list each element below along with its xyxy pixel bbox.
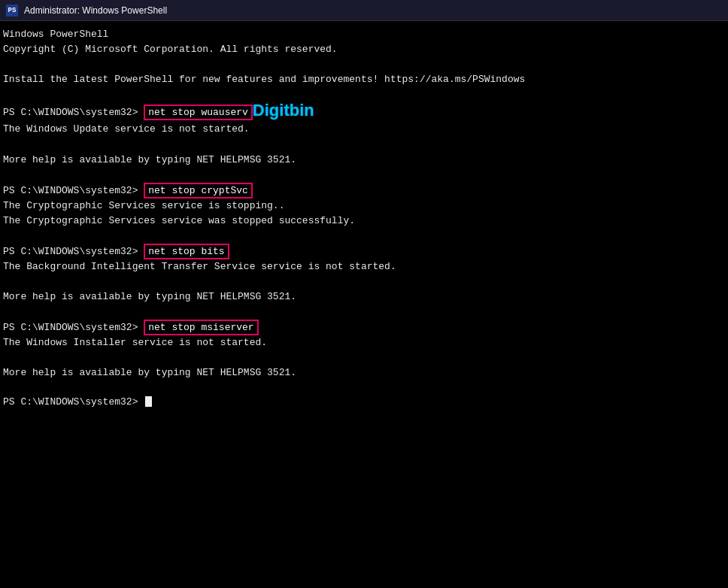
- blank-line-3: [3, 138, 725, 153]
- title-label: Administrator: Windows PowerShell: [24, 5, 167, 16]
- prompt-1: PS C:\WINDOWS\system32>: [3, 107, 144, 118]
- prompt-3: PS C:\WINDOWS\system32>: [3, 246, 144, 257]
- cmd2-response-1: The Cryptographic Services service is st…: [3, 199, 725, 214]
- command-msiserver: net stop msiserver: [144, 320, 258, 335]
- cmd2-response-2: The Cryptographic Services service was s…: [3, 214, 725, 229]
- terminal-window: Windows PowerShell Copyright (C) Microso…: [0, 21, 728, 588]
- prompt-space: [138, 396, 144, 408]
- digitbin-watermark: Digitbin: [253, 101, 314, 120]
- help-msg-2: More help is available by typing NET HEL…: [3, 289, 725, 305]
- help-msg-1: More help is available by typing NET HEL…: [3, 153, 725, 168]
- prompt-line-3: PS C:\WINDOWS\system32> net stop bits: [3, 244, 725, 259]
- help-msg-3: More help is available by typing NET HEL…: [3, 365, 725, 380]
- header-line-2: Copyright (C) Microsoft Corporation. All…: [3, 42, 725, 57]
- cmd4-response: The Windows Installer service is not sta…: [3, 335, 725, 350]
- cmd3-response: The Background Intelligent Transfer Serv…: [3, 259, 725, 274]
- title-bar: PS Administrator: Windows PowerShell: [0, 0, 728, 21]
- prompt-line-final: PS C:\WINDOWS\system32>: [3, 396, 725, 408]
- install-msg: Install the latest PowerShell for new fe…: [3, 72, 725, 87]
- cursor-blink: [145, 396, 152, 407]
- prompt-line-4: PS C:\WINDOWS\system32> net stop msiserv…: [3, 320, 725, 335]
- header-line-1: Windows PowerShell: [3, 27, 725, 42]
- prompt-line-2: PS C:\WINDOWS\system32> net stop cryptSv…: [3, 183, 725, 199]
- blank-line-6: [3, 274, 725, 289]
- blank-line-1: [3, 57, 725, 72]
- prompt-4: PS C:\WINDOWS\system32>: [3, 322, 144, 333]
- blank-line-8: [3, 350, 725, 365]
- powershell-icon: PS: [6, 5, 18, 17]
- final-prompt: PS C:\WINDOWS\system32>: [3, 396, 138, 408]
- command-cryptsvc: net stop cryptSvc: [144, 183, 253, 199]
- prompt-line-1: PS C:\WINDOWS\system32> net stop wuauser…: [3, 102, 725, 122]
- blank-line-9: [3, 381, 725, 396]
- cmd1-response: The Windows Update service is not starte…: [3, 122, 725, 137]
- blank-line-4: [3, 168, 725, 183]
- command-wuauserv: net stop wuauserv: [144, 105, 253, 120]
- blank-line-2: [3, 87, 725, 102]
- blank-line-5: [3, 229, 725, 244]
- prompt-2: PS C:\WINDOWS\system32>: [3, 185, 144, 196]
- command-bits: net stop bits: [144, 244, 229, 259]
- blank-line-7: [3, 305, 725, 320]
